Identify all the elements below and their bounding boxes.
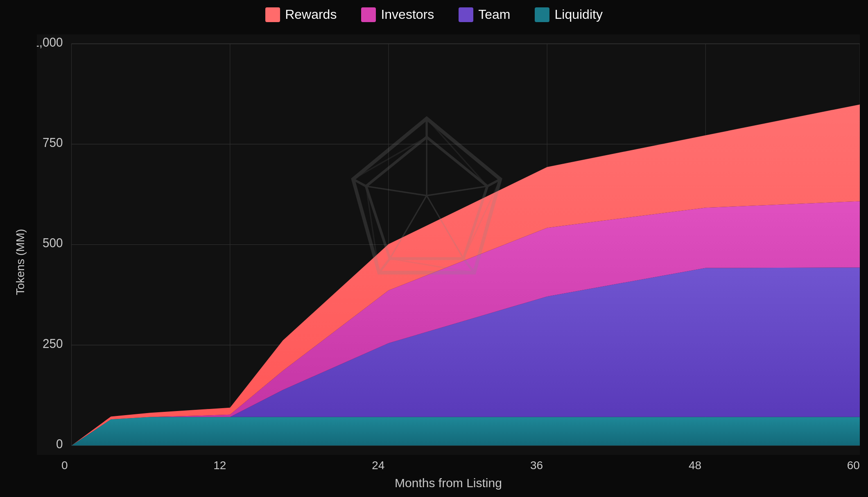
investors-swatch bbox=[361, 7, 376, 22]
chart-with-axes: 1,000 750 500 250 0 bbox=[37, 34, 860, 490]
team-swatch bbox=[459, 7, 473, 22]
legend-label-rewards: Rewards bbox=[285, 7, 337, 22]
liquidity-swatch bbox=[535, 7, 549, 22]
svg-rect-1 bbox=[361, 7, 376, 22]
y-tick-1000: 1,000 bbox=[37, 35, 63, 50]
x-tick-24: 24 bbox=[372, 459, 384, 472]
y-tick-0: 0 bbox=[56, 436, 63, 451]
legend-label-team: Team bbox=[478, 7, 510, 22]
legend-label-investors: Investors bbox=[381, 7, 434, 22]
x-axis-title: Months from Listing bbox=[37, 476, 860, 490]
main-chart-svg: 1,000 750 500 250 0 bbox=[37, 34, 860, 455]
x-tick-0: 0 bbox=[61, 459, 68, 472]
svg-rect-3 bbox=[535, 7, 549, 22]
legend-label-liquidity: Liquidity bbox=[554, 7, 602, 22]
liquidity-area bbox=[72, 417, 860, 446]
x-tick-60: 60 bbox=[847, 459, 860, 472]
y-tick-500: 500 bbox=[43, 235, 63, 250]
chart-container: Rewards Investors Team Liquidity Tokens … bbox=[8, 7, 860, 490]
legend-item-liquidity: Liquidity bbox=[535, 7, 602, 22]
legend-item-investors: Investors bbox=[361, 7, 434, 22]
x-tick-36: 36 bbox=[530, 459, 543, 472]
svg-rect-0 bbox=[265, 7, 280, 22]
svg-rect-2 bbox=[459, 7, 473, 22]
chart-area: Tokens (MM) bbox=[8, 34, 860, 490]
x-tick-48: 48 bbox=[689, 459, 701, 472]
chart-plot: 1,000 750 500 250 0 bbox=[37, 34, 860, 455]
legend-item-team: Team bbox=[459, 7, 510, 22]
x-axis-labels: 0 12 24 36 48 60 bbox=[37, 455, 860, 472]
y-tick-750: 750 bbox=[43, 135, 63, 150]
x-tick-12: 12 bbox=[213, 459, 226, 472]
legend-item-rewards: Rewards bbox=[265, 7, 337, 22]
rewards-swatch bbox=[265, 7, 280, 22]
chart-legend: Rewards Investors Team Liquidity bbox=[265, 7, 603, 22]
y-axis-label: Tokens (MM) bbox=[8, 34, 33, 490]
y-tick-250: 250 bbox=[43, 336, 63, 351]
